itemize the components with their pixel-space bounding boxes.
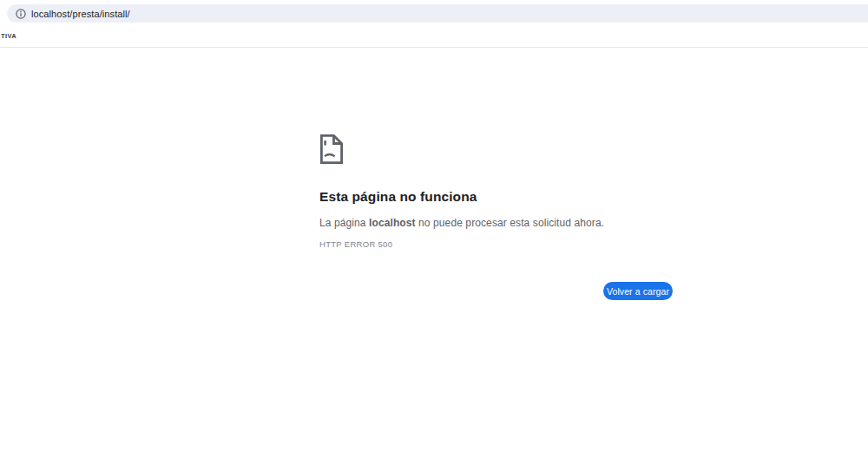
error-message-suffix: no puede procesar esta solicitud ahora.	[416, 217, 604, 229]
toolbar-divider	[0, 47, 868, 48]
url-text[interactable]: localhost/presta/install/	[31, 9, 130, 19]
address-bar[interactable]: localhost/presta/install/	[7, 4, 868, 23]
error-code: HTTP ERROR 500	[319, 239, 392, 249]
info-icon[interactable]	[16, 9, 26, 19]
error-message-host: localhost	[369, 217, 416, 229]
reload-button[interactable]: Volver a cargar	[603, 282, 673, 300]
error-message: La página localhost no puede procesar es…	[319, 217, 604, 229]
error-title: Esta página no funciona	[319, 189, 477, 205]
browser-window: localhost/presta/install/ TIVA Esta pági…	[0, 0, 868, 464]
bookmark-item[interactable]: TIVA	[1, 32, 16, 40]
bookmarks-bar: TIVA	[0, 29, 868, 42]
error-message-prefix: La página	[319, 217, 369, 229]
sad-page-icon	[319, 134, 344, 165]
